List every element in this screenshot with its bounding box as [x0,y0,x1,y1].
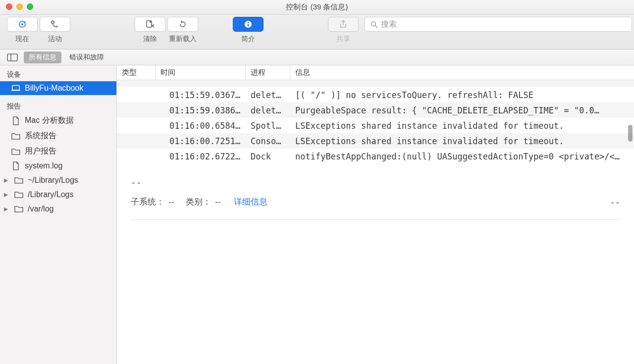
sidebar-item-label: system.log [25,161,62,170]
zoom-window-button[interactable] [27,3,33,10]
log-row[interactable]: 01:16:02.672248 Dock notifyBestAppChange… [117,149,634,164]
log-content: 类型 时间 进程 信息 01:15:59.036777 [117,65,634,364]
sidebar-device[interactable]: BillyFu-Macbook [0,81,116,95]
sidebar-item-var-log[interactable]: ▸ /var/log [0,202,116,216]
chevron-right-icon[interactable]: ▸ [3,190,9,199]
sidebar-item-mac-analytics[interactable]: Mac 分析数据 [0,113,116,128]
log-rows: 01:15:59.036777 deleted [( "/" )] no ser… [117,80,634,164]
log-time: 01:16:02.672248 [156,152,246,161]
folder-icon [11,132,21,141]
reload-label: 重新载入 [169,35,197,44]
detail-subsystem-label: 子系统： [131,196,164,208]
share-icon [338,19,348,29]
sidebar-icon [7,53,18,61]
titlebar: 控制台 (39 条信息) [0,0,634,15]
trash-document-icon [145,19,155,29]
log-column-headers: 类型 时间 进程 信息 [117,65,634,80]
scope-errors-faults[interactable]: 错误和故障 [64,52,109,63]
log-time: 01:15:59.036777 [156,90,246,100]
log-row[interactable]: 01:16:00.725149 Console LSExceptions sha… [117,133,634,149]
log-message: [( "/" )] no servicesToQuery. refreshAll… [290,90,634,100]
sidebar-item-home-library-logs[interactable]: ▸ ~/Library/Logs [0,173,116,187]
clear-label: 清除 [143,35,157,44]
window-title: 控制台 (39 条信息) [286,2,348,12]
detail-right-value: -- [610,197,620,207]
log-message: LSExceptions shared instance invalidated… [290,136,634,146]
folder-icon [14,205,24,213]
sidebar-item-system-log[interactable]: system.log [0,159,116,173]
now-button[interactable] [7,17,38,32]
log-row[interactable]: 01:15:59.036777 deleted [( "/" )] no ser… [117,87,634,103]
detail-category-label: 类别： [186,196,211,208]
window-controls [6,3,33,10]
console-window: 控制台 (39 条信息) 现在 活动 [0,0,634,364]
detail-message: -- [131,177,620,187]
column-header-type[interactable]: 类型 [117,65,156,80]
scopebar: 所有信息 错误和故障 [0,50,634,65]
chevron-right-icon[interactable]: ▸ [3,175,9,185]
column-header-process[interactable]: 进程 [246,65,290,80]
sidebar-item-label: 用户报告 [25,146,56,156]
sidebar-item-label: /Library/Logs [28,190,74,199]
minimize-window-button[interactable] [16,3,23,10]
detail-pane: -- 子系统： -- 类别： -- 详细信息 -- [117,164,634,364]
chevron-right-icon[interactable]: ▸ [3,204,9,213]
share-label: 共享 [336,35,350,44]
log-row[interactable]: 01:16:00.658490 Spotli… LSExceptions sha… [117,118,634,133]
target-icon [17,19,27,29]
detail-category-value: -- [215,197,220,207]
log-scrollbar[interactable] [624,80,634,164]
log-process: deleted [246,90,290,100]
scope-all-messages[interactable]: 所有信息 [24,52,61,63]
svg-point-4 [248,22,249,23]
clear-button[interactable] [135,17,165,32]
sidebar-devices-header: 设备 [0,67,116,81]
close-window-button[interactable] [6,3,12,10]
info-label: 简介 [241,35,255,44]
column-header-message[interactable]: 信息 [290,65,634,80]
detail-details-link[interactable]: 详细信息 [234,196,267,208]
activity-button[interactable] [40,17,70,32]
log-time: 01:16:00.725149 [156,136,246,146]
sidebar-toggle-button[interactable] [4,52,21,63]
folder-icon [14,176,24,185]
sidebar-reports-header: 报告 [0,99,116,113]
column-header-time[interactable]: 时间 [156,65,246,80]
document-icon [11,161,21,170]
detail-divider [131,219,620,220]
sidebar-item-label: ~/Library/Logs [28,176,78,185]
log-time: 01:16:00.658490 [156,121,246,131]
svg-rect-7 [7,54,17,61]
search-placeholder: 搜索 [381,19,397,30]
svg-rect-8 [12,86,20,90]
sidebar-item-user-reports[interactable]: 用户报告 [0,144,116,159]
log-time: 01:15:59.038693 [156,105,246,115]
folder-icon [14,190,24,199]
info-button[interactable] [233,17,264,32]
svg-point-1 [21,23,23,25]
activity-icon [50,19,60,29]
log-process: Dock [246,152,290,161]
sidebar-item-system-reports[interactable]: 系统报告 [0,128,116,144]
share-button[interactable] [328,17,359,32]
log-message: notifyBestAppChanged:(null) UASuggestedA… [290,152,634,161]
sidebar-item-label: 系统报告 [25,131,56,141]
sidebar-device-label: BillyFu-Macbook [25,84,83,93]
laptop-icon [11,84,21,93]
sidebar-item-library-logs[interactable]: ▸ /Library/Logs [0,187,116,202]
log-message: LSExceptions shared instance invalidated… [290,121,634,131]
document-icon [11,116,21,125]
sidebar-item-label: Mac 分析数据 [25,115,74,126]
sidebar: 设备 BillyFu-Macbook 报告 Mac 分析数据 系统报告 [0,65,117,364]
detail-subsystem-value: -- [168,197,174,207]
log-process: Console [246,136,290,146]
search-input[interactable]: 搜索 [365,17,632,32]
folder-icon [11,147,21,156]
sidebar-item-label: /var/log [28,205,53,213]
log-row[interactable]: 01:15:59.038693 deleted PurgeableSpace r… [117,103,634,118]
log-row[interactable] [117,80,634,87]
reload-button[interactable] [167,17,198,32]
scrollbar-thumb[interactable] [628,125,633,142]
now-label: 现在 [15,35,29,44]
svg-rect-5 [248,24,249,27]
